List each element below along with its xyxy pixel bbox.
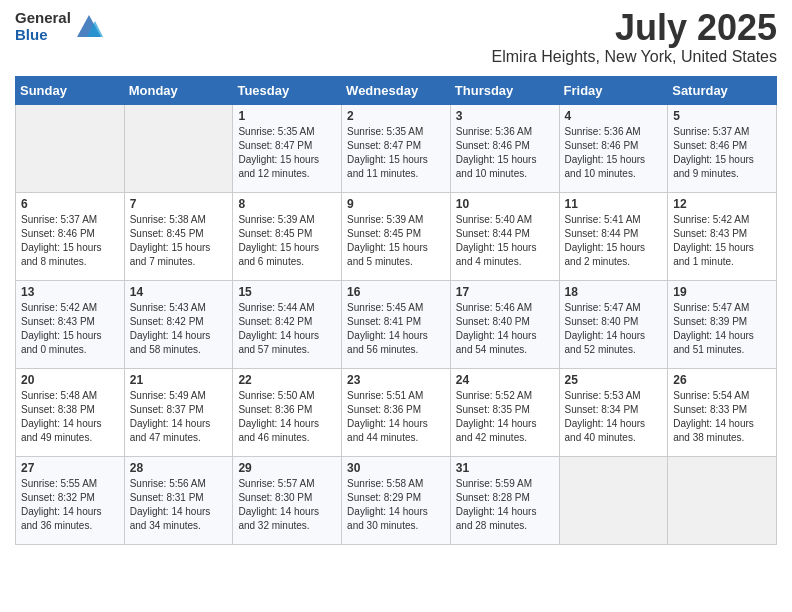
day-number: 12 <box>673 197 771 211</box>
cell-details: Sunrise: 5:37 AMSunset: 8:46 PMDaylight:… <box>21 213 119 269</box>
table-row: 10Sunrise: 5:40 AMSunset: 8:44 PMDayligh… <box>450 193 559 281</box>
table-row <box>124 105 233 193</box>
day-number: 20 <box>21 373 119 387</box>
table-row: 8Sunrise: 5:39 AMSunset: 8:45 PMDaylight… <box>233 193 342 281</box>
calendar-body: 1Sunrise: 5:35 AMSunset: 8:47 PMDaylight… <box>16 105 777 545</box>
day-number: 10 <box>456 197 554 211</box>
table-row: 28Sunrise: 5:56 AMSunset: 8:31 PMDayligh… <box>124 457 233 545</box>
logo-general-text: General <box>15 10 71 27</box>
cell-details: Sunrise: 5:57 AMSunset: 8:30 PMDaylight:… <box>238 477 336 533</box>
cell-details: Sunrise: 5:54 AMSunset: 8:33 PMDaylight:… <box>673 389 771 445</box>
day-number: 7 <box>130 197 228 211</box>
day-number: 3 <box>456 109 554 123</box>
day-number: 11 <box>565 197 663 211</box>
cell-details: Sunrise: 5:36 AMSunset: 8:46 PMDaylight:… <box>456 125 554 181</box>
logo: General Blue <box>15 10 103 43</box>
table-row: 21Sunrise: 5:49 AMSunset: 8:37 PMDayligh… <box>124 369 233 457</box>
calendar-table: Sunday Monday Tuesday Wednesday Thursday… <box>15 76 777 545</box>
day-number: 4 <box>565 109 663 123</box>
day-number: 14 <box>130 285 228 299</box>
table-row: 20Sunrise: 5:48 AMSunset: 8:38 PMDayligh… <box>16 369 125 457</box>
table-row: 31Sunrise: 5:59 AMSunset: 8:28 PMDayligh… <box>450 457 559 545</box>
table-row: 11Sunrise: 5:41 AMSunset: 8:44 PMDayligh… <box>559 193 668 281</box>
table-row: 14Sunrise: 5:43 AMSunset: 8:42 PMDayligh… <box>124 281 233 369</box>
table-row: 24Sunrise: 5:52 AMSunset: 8:35 PMDayligh… <box>450 369 559 457</box>
day-number: 28 <box>130 461 228 475</box>
day-number: 23 <box>347 373 445 387</box>
table-row: 26Sunrise: 5:54 AMSunset: 8:33 PMDayligh… <box>668 369 777 457</box>
cell-details: Sunrise: 5:49 AMSunset: 8:37 PMDaylight:… <box>130 389 228 445</box>
day-number: 29 <box>238 461 336 475</box>
day-number: 21 <box>130 373 228 387</box>
table-row: 12Sunrise: 5:42 AMSunset: 8:43 PMDayligh… <box>668 193 777 281</box>
cell-details: Sunrise: 5:42 AMSunset: 8:43 PMDaylight:… <box>673 213 771 269</box>
header-friday: Friday <box>559 77 668 105</box>
day-number: 27 <box>21 461 119 475</box>
day-number: 22 <box>238 373 336 387</box>
cell-details: Sunrise: 5:41 AMSunset: 8:44 PMDaylight:… <box>565 213 663 269</box>
cell-details: Sunrise: 5:44 AMSunset: 8:42 PMDaylight:… <box>238 301 336 357</box>
table-row: 25Sunrise: 5:53 AMSunset: 8:34 PMDayligh… <box>559 369 668 457</box>
header-sunday: Sunday <box>16 77 125 105</box>
cell-details: Sunrise: 5:55 AMSunset: 8:32 PMDaylight:… <box>21 477 119 533</box>
day-number: 15 <box>238 285 336 299</box>
table-row: 16Sunrise: 5:45 AMSunset: 8:41 PMDayligh… <box>342 281 451 369</box>
table-row: 19Sunrise: 5:47 AMSunset: 8:39 PMDayligh… <box>668 281 777 369</box>
day-number: 17 <box>456 285 554 299</box>
cell-details: Sunrise: 5:50 AMSunset: 8:36 PMDaylight:… <box>238 389 336 445</box>
table-row <box>559 457 668 545</box>
day-number: 6 <box>21 197 119 211</box>
cell-details: Sunrise: 5:38 AMSunset: 8:45 PMDaylight:… <box>130 213 228 269</box>
day-number: 30 <box>347 461 445 475</box>
header-thursday: Thursday <box>450 77 559 105</box>
page-header: General Blue July 2025 Elmira Heights, N… <box>15 10 777 66</box>
month-year-title: July 2025 <box>492 10 777 46</box>
day-number: 16 <box>347 285 445 299</box>
header-monday: Monday <box>124 77 233 105</box>
day-number: 31 <box>456 461 554 475</box>
cell-details: Sunrise: 5:39 AMSunset: 8:45 PMDaylight:… <box>238 213 336 269</box>
day-number: 26 <box>673 373 771 387</box>
location-subtitle: Elmira Heights, New York, United States <box>492 48 777 66</box>
cell-details: Sunrise: 5:56 AMSunset: 8:31 PMDaylight:… <box>130 477 228 533</box>
table-row: 5Sunrise: 5:37 AMSunset: 8:46 PMDaylight… <box>668 105 777 193</box>
day-number: 18 <box>565 285 663 299</box>
cell-details: Sunrise: 5:45 AMSunset: 8:41 PMDaylight:… <box>347 301 445 357</box>
table-row: 1Sunrise: 5:35 AMSunset: 8:47 PMDaylight… <box>233 105 342 193</box>
table-row: 15Sunrise: 5:44 AMSunset: 8:42 PMDayligh… <box>233 281 342 369</box>
table-row: 4Sunrise: 5:36 AMSunset: 8:46 PMDaylight… <box>559 105 668 193</box>
title-section: July 2025 Elmira Heights, New York, Unit… <box>492 10 777 66</box>
table-row: 17Sunrise: 5:46 AMSunset: 8:40 PMDayligh… <box>450 281 559 369</box>
table-row: 18Sunrise: 5:47 AMSunset: 8:40 PMDayligh… <box>559 281 668 369</box>
day-number: 1 <box>238 109 336 123</box>
header-wednesday: Wednesday <box>342 77 451 105</box>
table-row: 2Sunrise: 5:35 AMSunset: 8:47 PMDaylight… <box>342 105 451 193</box>
cell-details: Sunrise: 5:35 AMSunset: 8:47 PMDaylight:… <box>347 125 445 181</box>
day-number: 5 <box>673 109 771 123</box>
table-row: 22Sunrise: 5:50 AMSunset: 8:36 PMDayligh… <box>233 369 342 457</box>
table-row <box>16 105 125 193</box>
day-number: 9 <box>347 197 445 211</box>
table-row <box>668 457 777 545</box>
cell-details: Sunrise: 5:52 AMSunset: 8:35 PMDaylight:… <box>456 389 554 445</box>
header-saturday: Saturday <box>668 77 777 105</box>
table-row: 29Sunrise: 5:57 AMSunset: 8:30 PMDayligh… <box>233 457 342 545</box>
cell-details: Sunrise: 5:42 AMSunset: 8:43 PMDaylight:… <box>21 301 119 357</box>
header-tuesday: Tuesday <box>233 77 342 105</box>
table-row: 7Sunrise: 5:38 AMSunset: 8:45 PMDaylight… <box>124 193 233 281</box>
day-number: 2 <box>347 109 445 123</box>
cell-details: Sunrise: 5:51 AMSunset: 8:36 PMDaylight:… <box>347 389 445 445</box>
cell-details: Sunrise: 5:36 AMSunset: 8:46 PMDaylight:… <box>565 125 663 181</box>
cell-details: Sunrise: 5:43 AMSunset: 8:42 PMDaylight:… <box>130 301 228 357</box>
cell-details: Sunrise: 5:47 AMSunset: 8:39 PMDaylight:… <box>673 301 771 357</box>
cell-details: Sunrise: 5:46 AMSunset: 8:40 PMDaylight:… <box>456 301 554 357</box>
table-row: 30Sunrise: 5:58 AMSunset: 8:29 PMDayligh… <box>342 457 451 545</box>
calendar-header: Sunday Monday Tuesday Wednesday Thursday… <box>16 77 777 105</box>
day-number: 8 <box>238 197 336 211</box>
table-row: 27Sunrise: 5:55 AMSunset: 8:32 PMDayligh… <box>16 457 125 545</box>
table-row: 23Sunrise: 5:51 AMSunset: 8:36 PMDayligh… <box>342 369 451 457</box>
cell-details: Sunrise: 5:53 AMSunset: 8:34 PMDaylight:… <box>565 389 663 445</box>
day-number: 24 <box>456 373 554 387</box>
table-row: 6Sunrise: 5:37 AMSunset: 8:46 PMDaylight… <box>16 193 125 281</box>
cell-details: Sunrise: 5:37 AMSunset: 8:46 PMDaylight:… <box>673 125 771 181</box>
